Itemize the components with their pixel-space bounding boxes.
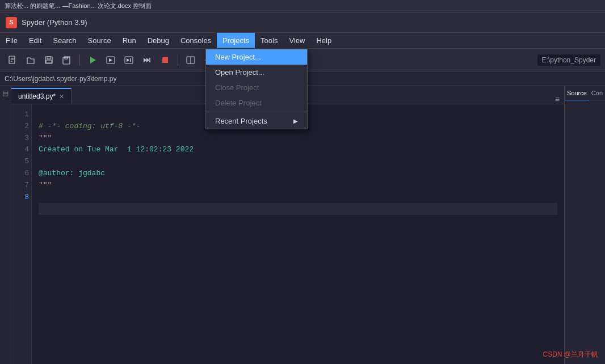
line-num-6: 6 — [14, 168, 29, 180]
dropdown-separator — [206, 112, 307, 112]
right-panel-tab-source[interactable]: Source — [565, 86, 589, 100]
tab-close-button[interactable]: ✕ — [59, 93, 64, 100]
line-num-8: 8 — [14, 192, 29, 204]
svg-marker-17 — [146, 58, 149, 62]
menu-run[interactable]: Run — [117, 33, 142, 48]
line-numbers: 1 2 3 4 5 6 7 8 — [11, 104, 32, 364]
code-content[interactable]: # -*- coding: utf-8 -*- """ Created on T… — [32, 104, 564, 364]
run-button[interactable] — [85, 52, 100, 68]
menu-file[interactable]: File — [0, 33, 23, 48]
code-line-3: Created on Tue Mar 1 12:02:23 2022 — [39, 145, 194, 154]
delete-project-label: Delete Project — [215, 99, 262, 107]
browser-top-bar: 算法松... 的刷题笔... —Fashion... 次论文.docx 控制面 — [0, 0, 605, 12]
tab-label: untitled3.py* — [18, 92, 56, 100]
app-logo: S — [6, 17, 17, 28]
new-file-button[interactable] — [5, 52, 20, 68]
svg-marker-12 — [109, 58, 112, 62]
menu-tools[interactable]: Tools — [255, 33, 283, 48]
code-line-6: """ — [39, 181, 52, 189]
title-bar: S Spyder (Python 3.9) — [0, 12, 605, 33]
panel-layout-button[interactable] — [183, 52, 199, 68]
right-panel-tab-con[interactable]: Con — [589, 86, 605, 100]
line-num-4: 4 — [14, 144, 29, 156]
menu-bar: File Edit Search Source Run Debug Consol… — [0, 33, 605, 49]
menu-debug[interactable]: Debug — [142, 33, 175, 48]
dropdown-delete-project: Delete Project — [206, 95, 307, 111]
line-num-5: 5 — [14, 156, 29, 168]
run-next-button[interactable] — [121, 52, 137, 68]
svg-marker-16 — [144, 58, 146, 62]
svg-marker-14 — [127, 58, 129, 62]
dropdown-recent-projects[interactable]: Recent Projects ▶ — [206, 113, 307, 129]
line-num-7: 7 — [14, 180, 29, 192]
close-project-label: Close Project — [215, 83, 259, 92]
stop-button[interactable] — [157, 52, 173, 68]
fast-forward-button[interactable] — [139, 52, 155, 68]
svg-rect-6 — [46, 60, 52, 63]
toolbar-separator-1 — [79, 54, 80, 66]
watermark-text: CSDN @兰舟千帆 — [543, 350, 598, 358]
recent-projects-label: Recent Projects — [215, 117, 267, 125]
watermark: CSDN @兰舟千帆 — [543, 350, 598, 359]
sidebar-folder-icon[interactable]: ▤ — [1, 88, 10, 98]
menu-search[interactable]: Search — [47, 33, 82, 48]
code-line-7 — [39, 193, 43, 201]
browser-top-text: 算法松... 的刷题笔... —Fashion... 次论文.docx 控制面 — [5, 2, 152, 10]
code-line-4 — [39, 157, 43, 166]
line-num-3: 3 — [14, 133, 29, 145]
menu-help[interactable]: Help — [310, 33, 337, 48]
current-path: C:\Users\jgdabc\.spyder-py3\temp.py — [5, 75, 116, 83]
toolbar-separator-2 — [178, 54, 178, 66]
svg-rect-7 — [63, 57, 70, 64]
run-cell-button[interactable] — [103, 52, 119, 68]
open-project-label: Open Project... — [215, 68, 264, 77]
recent-projects-arrow: ▶ — [293, 118, 298, 124]
editor-menu-icon[interactable]: ≡ — [555, 95, 560, 104]
projects-dropdown: New Project... Open Project... Close Pro… — [205, 49, 308, 129]
dropdown-new-project[interactable]: New Project... — [206, 49, 307, 65]
code-line-2: """ — [39, 134, 52, 142]
new-project-label: New Project... — [215, 53, 261, 61]
right-panel: Source Con — [564, 86, 605, 364]
dropdown-close-project: Close Project — [206, 80, 307, 95]
app-title: Spyder (Python 3.9) — [22, 18, 87, 27]
code-line-1: # -*- coding: utf-8 -*- — [39, 122, 140, 130]
logo-text: S — [10, 19, 14, 26]
open-file-button[interactable] — [23, 52, 39, 68]
menu-edit[interactable]: Edit — [23, 33, 47, 48]
right-panel-tabs: Source Con — [565, 86, 605, 100]
save-all-button[interactable] — [59, 52, 75, 68]
code-line-5: @author: jgdabc — [39, 169, 105, 177]
dropdown-open-project[interactable]: Open Project... — [206, 65, 307, 80]
menu-projects[interactable]: Projects — [217, 33, 255, 48]
line-num-1: 1 — [14, 109, 29, 121]
editor-tab-untitled3[interactable]: untitled3.py* ✕ — [11, 88, 72, 104]
menu-view[interactable]: View — [283, 33, 310, 48]
svg-rect-19 — [162, 57, 168, 63]
toolbar-path: E:\python_Spyder — [537, 54, 600, 66]
svg-rect-8 — [65, 57, 68, 59]
line-num-2: 2 — [14, 121, 29, 133]
menu-source[interactable]: Source — [82, 33, 117, 48]
code-line-8 — [39, 203, 557, 215]
code-area: 1 2 3 4 5 6 7 8 # -*- coding: utf-8 -*- … — [11, 104, 564, 364]
save-file-button[interactable] — [41, 52, 57, 68]
left-sidebar: ▤ — [0, 86, 11, 364]
svg-marker-10 — [90, 57, 96, 64]
menu-consoles[interactable]: Consoles — [175, 33, 217, 48]
